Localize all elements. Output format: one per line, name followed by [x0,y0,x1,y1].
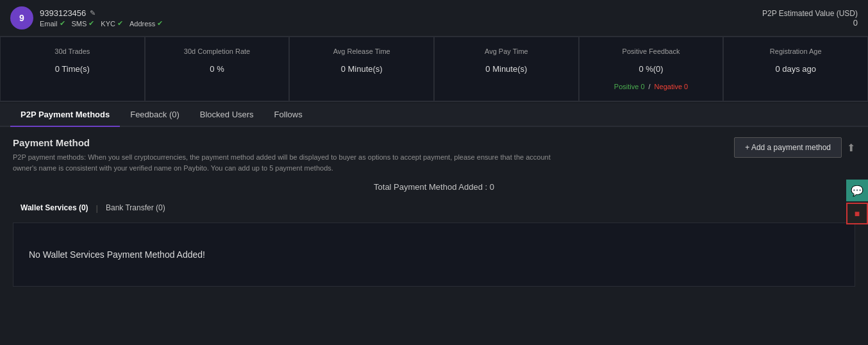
payment-header-left: Payment Method P2P payment methods: When… [13,137,564,173]
email-check-icon: ✔ [60,19,65,28]
stat-value-pay: 0 Minute(s) [485,64,527,74]
sms-badge: SMS ✔ [72,19,95,28]
sub-tab-bank[interactable]: Bank Transfer (0) [98,201,173,215]
stat-card-feedback: Positive Feedback 0 %(0) Positive 0 / Ne… [579,37,724,101]
profile-left: 9 9393123456 ✎ Email ✔ SMS ✔ KYC ✔ [10,6,163,29]
stat-label-completion: 30d Completion Rate [184,47,250,55]
profile-info: 9393123456 ✎ Email ✔ SMS ✔ KYC ✔ Address [40,8,163,28]
payment-title: Payment Method [13,137,564,148]
feedback-separator: / [649,83,651,90]
stat-label-release: Avg Release Time [333,47,390,55]
chat-float-icon[interactable]: 💬 [846,180,868,201]
address-check-icon: ✔ [157,19,163,28]
p2p-estimated: P2P Estimated Value (USD) 0 [762,9,858,28]
profile-bar: 9 9393123456 ✎ Email ✔ SMS ✔ KYC ✔ [0,0,868,37]
payment-header: Payment Method P2P payment methods: When… [13,137,855,173]
avatar: 9 [10,6,33,29]
sub-tab-wallet[interactable]: Wallet Services (0) [13,201,96,215]
stat-label-pay: Avg Pay Time [485,47,528,55]
tab-p2p-payment-methods[interactable]: P2P Payment Methods [10,103,120,127]
stat-card-completion: 30d Completion Rate 0 % [145,37,290,101]
stat-value-completion: 0 % [210,64,224,74]
p2p-estimated-label: P2P Estimated Value (USD) [762,9,858,18]
sub-tabs: Wallet Services (0) | Bank Transfer (0) [13,198,855,220]
payment-description: P2P payment methods: When you sell crypt… [13,152,564,173]
sms-check-icon: ✔ [88,19,94,28]
tab-follows[interactable]: Follows [264,103,313,127]
stat-value-age: 0 days ago [775,64,816,74]
email-badge: Email ✔ [40,19,65,28]
tab-feedback[interactable]: Feedback (0) [120,103,190,127]
username-row: 9393123456 ✎ [40,8,163,18]
stat-card-age: Registration Age 0 days ago [723,37,868,101]
total-payment-bar: Total Payment Method Added : 0 [13,173,855,198]
feedback-row: Positive 0 / Negative 0 [614,83,688,90]
kyc-check-icon: ✔ [117,19,123,28]
stat-value-trades: 0 Time(s) [55,64,90,74]
stat-value-release: 0 Minute(s) [341,64,383,74]
stat-value-feedback: 0 %(0) [638,64,663,74]
stat-label-trades: 30d Trades [54,47,90,55]
stat-card-trades: 30d Trades 0 Time(s) [0,37,145,101]
edit-icon[interactable]: ✎ [90,9,96,17]
red-float-icon[interactable]: ■ [846,203,868,224]
add-payment-button[interactable]: + Add a payment method [734,137,842,158]
kyc-badge: KYC ✔ [101,19,123,28]
p2p-estimated-value: 0 [762,18,858,28]
address-badge: Address ✔ [129,19,163,28]
stats-row: 30d Trades 0 Time(s) 30d Completion Rate… [0,37,868,102]
share-icon[interactable]: ⬆ [847,142,855,154]
tab-blocked-users[interactable]: Blocked Users [190,103,264,127]
stat-label-age: Registration Age [770,47,822,55]
empty-state-box: No Wallet Services Payment Method Added! [13,223,855,287]
username-text: 9393123456 [40,8,86,18]
stat-card-pay: Avg Pay Time 0 Minute(s) [434,37,579,101]
positive-feedback: Positive 0 [614,83,645,90]
payment-section: Payment Method P2P payment methods: When… [0,127,868,299]
badges-row: Email ✔ SMS ✔ KYC ✔ Address ✔ [40,19,163,28]
total-payment-label: Total Payment Method Added : 0 [374,182,494,192]
float-icons: 💬 ■ [846,180,868,224]
negative-feedback: Negative 0 [655,83,689,90]
empty-state-text: No Wallet Services Payment Method Added! [29,249,205,260]
tabs-bar: P2P Payment Methods Feedback (0) Blocked… [0,103,868,127]
stat-label-feedback: Positive Feedback [622,47,680,55]
stat-card-release: Avg Release Time 0 Minute(s) [289,37,434,101]
payment-header-right: + Add a payment method ⬆ [734,137,855,158]
